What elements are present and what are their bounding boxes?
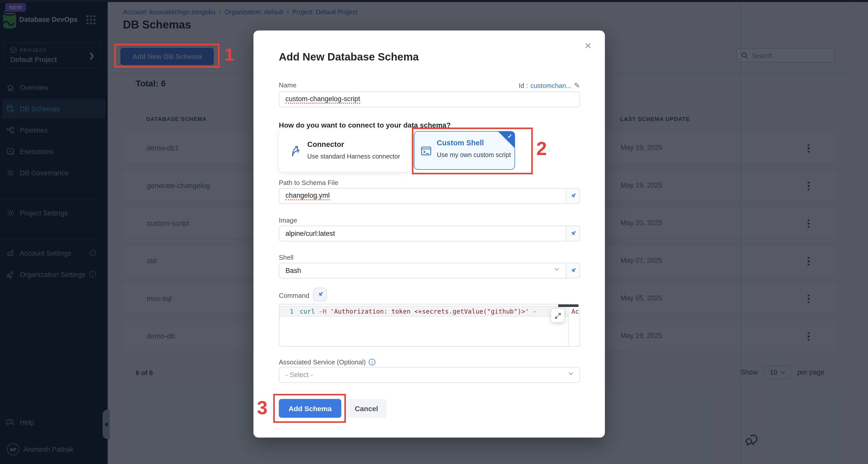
shell-value: Bash xyxy=(285,267,301,274)
runtime-pin-icon[interactable] xyxy=(566,263,580,278)
connector-icon xyxy=(289,144,302,157)
name-label: Name xyxy=(279,81,297,89)
card-title: Connector xyxy=(307,140,344,148)
code-token-cut: Acc xyxy=(571,308,580,315)
info-icon[interactable]: i xyxy=(369,359,376,366)
expand-editor-icon[interactable] xyxy=(551,309,564,322)
chevron-down-icon xyxy=(568,372,574,376)
editor-scrollbar-thumb[interactable] xyxy=(558,304,579,307)
modal-title: Add New Database Schema xyxy=(279,51,419,63)
runtime-pin-icon[interactable] xyxy=(566,226,580,241)
command-code-editor[interactable]: 1 curl -H 'Authorization: token <+secret… xyxy=(279,304,580,347)
add-schema-modal: ✕ Add New Database Schema Name Id : cust… xyxy=(253,30,605,438)
image-label: Image xyxy=(279,216,297,224)
editor-code-line: curl -H 'Authorization: token <+secrets.… xyxy=(300,308,536,315)
image-input[interactable]: alpine/curl:latest xyxy=(279,226,580,241)
path-label: Path to Schema File xyxy=(279,179,338,186)
shell-label: Shell xyxy=(279,254,293,261)
associated-service-row: Associated Service (Optional) i xyxy=(279,358,376,366)
id-row: Id : customchan... ✎ xyxy=(519,81,580,89)
name-value: custom-changelog-script xyxy=(285,95,360,104)
page: NEW Database DevOps PROJECT Default Proj… xyxy=(0,0,868,464)
id-label: Id : xyxy=(519,82,528,89)
associated-service-label: Associated Service (Optional) xyxy=(279,358,366,366)
code-token-flag: - xyxy=(529,308,536,315)
code-token-flag: -H xyxy=(315,308,330,315)
command-label: Command xyxy=(279,292,309,299)
annotation-box-3 xyxy=(273,394,346,423)
annotation-number-1: 1 xyxy=(224,45,234,64)
annotation-box-2 xyxy=(412,127,533,174)
image-value: alpine/curl:latest xyxy=(285,230,335,237)
editor-scroll-track xyxy=(568,304,569,346)
card-desc: Use standard Harness connector xyxy=(307,153,400,160)
viewport: NEW Database DevOps PROJECT Default Proj… xyxy=(0,0,868,464)
select-placeholder: - Select - xyxy=(285,371,313,379)
chevron-down-icon xyxy=(554,268,559,271)
cancel-button[interactable]: Cancel xyxy=(346,399,386,418)
path-input[interactable]: changelog.yml xyxy=(279,188,580,204)
associated-service-select[interactable]: - Select - xyxy=(279,367,580,383)
annotation-box-1 xyxy=(114,44,219,67)
connector-card[interactable]: Connector Use standard Harness connector xyxy=(279,130,410,172)
annotation-number-3: 3 xyxy=(257,398,268,419)
path-value: changelog.yml xyxy=(285,192,330,200)
name-input[interactable]: custom-changelog-script xyxy=(279,91,580,107)
id-value-link[interactable]: customchan... xyxy=(530,82,571,89)
close-icon[interactable]: ✕ xyxy=(585,41,592,51)
annotation-number-2: 2 xyxy=(536,138,547,160)
edit-pencil-icon[interactable]: ✎ xyxy=(574,81,580,89)
code-token-cmd: curl xyxy=(300,308,315,315)
editor-line-number: 1 xyxy=(279,308,293,315)
shell-select[interactable]: Bash xyxy=(279,263,580,279)
command-pin-button[interactable] xyxy=(313,288,327,301)
code-token-string: 'Authorization: token <+secrets.getValue… xyxy=(330,308,529,315)
runtime-pin-icon[interactable] xyxy=(566,188,580,203)
